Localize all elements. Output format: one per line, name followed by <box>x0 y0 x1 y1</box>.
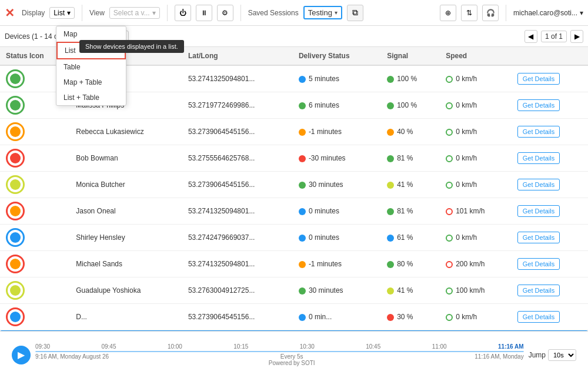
signal-text: 41 % <box>397 286 413 295</box>
tooltip-box: Show devices displayed in a list. <box>79 40 184 53</box>
divider-2 <box>167 5 168 21</box>
get-details-button[interactable]: Get Details <box>517 99 560 111</box>
get-details-button[interactable]: Get Details <box>517 179 560 190</box>
status-icon-inner <box>10 126 21 137</box>
delivery-dot <box>299 155 306 162</box>
cell-delivery-status: 5 minutes <box>293 65 381 92</box>
jump-label: Jump <box>529 351 546 359</box>
speed-dot <box>446 287 453 295</box>
col-speed: Speed <box>440 47 512 65</box>
cell-get-details: Get Details <box>512 172 588 198</box>
view-label: View <box>89 9 105 17</box>
delivery-dot <box>299 208 306 215</box>
display-label: Display <box>22 9 45 17</box>
timeline-track[interactable] <box>35 351 524 352</box>
cell-name: Monica Butcher <box>70 172 182 198</box>
get-details-button[interactable]: Get Details <box>517 285 560 296</box>
speed-text: 0 km/h <box>456 154 477 162</box>
signal-dot <box>387 261 394 268</box>
prev-page-button[interactable]: ◀ <box>524 30 537 43</box>
speed-text: 101 km/h <box>456 207 485 215</box>
jump-select[interactable]: 10s30s1m5m <box>548 349 576 361</box>
get-details-button[interactable]: Get Details <box>517 73 560 85</box>
get-details-button[interactable]: Get Details <box>517 126 560 138</box>
cell-speed: 0 km/h <box>440 145 512 172</box>
signal-dot <box>387 182 394 189</box>
timeline-start-time: 9:16 AM, Monday August 26 <box>35 353 109 366</box>
speed-dot <box>446 235 453 242</box>
cell-status-icon <box>0 119 70 145</box>
view-select[interactable]: Select a v... ▾ <box>109 7 160 19</box>
delivery-dot <box>299 102 306 109</box>
col-actions <box>512 47 588 65</box>
status-icon-outer <box>6 255 25 273</box>
cell-status-icon <box>0 304 70 330</box>
speed-text: 0 km/h <box>456 75 477 83</box>
timeline-bar: ▶ 09:30 09:45 10:00 10:15 10:30 10:45 11… <box>0 331 588 378</box>
cell-get-details: Get Details <box>512 145 588 172</box>
dropdown-item-table[interactable]: Table <box>56 59 126 75</box>
cell-speed: 100 km/h <box>440 277 512 304</box>
delivery-text: 30 minutes <box>309 180 343 189</box>
cell-get-details: Get Details <box>512 304 588 330</box>
speed-dot <box>446 129 453 136</box>
timeline-end-time: 11:16 AM, Monday <box>475 353 523 366</box>
cell-get-details: Get Details <box>512 251 588 277</box>
speed-dot <box>446 155 453 162</box>
play-button[interactable]: ▶ <box>12 346 31 364</box>
speed-dot <box>446 314 453 321</box>
session-copy-button[interactable]: ⧉ <box>347 5 363 21</box>
headphone-button[interactable]: 🎧 <box>482 5 499 21</box>
filter-button[interactable]: ⇅ <box>461 5 477 21</box>
table-row: Bob Bowman53.2755564625768...-30 minutes… <box>0 145 588 172</box>
session-select-box[interactable]: Testing ▾ <box>303 6 342 19</box>
status-icon-inner <box>10 73 21 84</box>
table-row: Shirley Hensley53.2742479669037...0 minu… <box>0 225 588 251</box>
user-menu[interactable]: michael.caro@soti... ▾ <box>513 9 583 17</box>
dropdown-item-list-table[interactable]: List + Table <box>56 90 126 105</box>
delivery-text: 30 minutes <box>309 286 343 295</box>
delivery-dot <box>299 235 306 242</box>
cell-delivery-status: 0 min... <box>293 304 381 330</box>
divider-1 <box>82 5 82 21</box>
status-icon-inner <box>10 285 21 296</box>
power-button[interactable]: ⏻ <box>175 5 191 21</box>
status-icon-outer <box>6 69 25 88</box>
get-details-button[interactable]: Get Details <box>517 311 560 323</box>
location-button[interactable]: ⊕ <box>440 5 456 21</box>
get-details-button[interactable]: Get Details <box>517 232 560 243</box>
status-icon-outer <box>6 149 25 168</box>
speed-text: 0 km/h <box>456 101 477 109</box>
signal-dot <box>387 208 394 215</box>
time-label-1045: 10:45 <box>366 343 380 350</box>
delivery-text: -30 minutes <box>309 154 346 162</box>
delivery-dot <box>299 261 306 268</box>
settings-button[interactable]: ⚙ <box>217 5 233 21</box>
get-details-button[interactable]: Get Details <box>517 258 560 270</box>
next-page-button[interactable]: ▶ <box>570 30 583 43</box>
cell-lat-long: 53.2741325094801... <box>182 198 293 225</box>
cell-speed: 0 km/h <box>440 304 512 330</box>
delivery-text: -1 minutes <box>309 128 342 136</box>
pause-button[interactable]: ⏸ <box>196 5 212 21</box>
cell-name: D... <box>70 304 182 330</box>
status-icon-inner <box>10 312 21 322</box>
speed-text: 100 km/h <box>456 286 485 295</box>
speed-dot <box>446 208 453 215</box>
signal-dot <box>387 155 394 162</box>
timeline-thumb[interactable] <box>422 351 430 352</box>
status-icon-outer <box>6 202 25 220</box>
user-chevron-icon: ▾ <box>580 9 583 17</box>
display-select[interactable]: List ▾ <box>49 7 75 19</box>
cell-speed: 0 km/h <box>440 225 512 251</box>
saved-sessions-label: Saved Sessions <box>248 9 299 17</box>
dropdown-item-map-table[interactable]: Map + Table <box>56 75 126 90</box>
get-details-button[interactable]: Get Details <box>517 152 560 164</box>
signal-dot <box>387 76 394 83</box>
get-details-button[interactable]: Get Details <box>517 205 560 217</box>
cell-get-details: Get Details <box>512 119 588 145</box>
cell-speed: 0 km/h <box>440 172 512 198</box>
cell-signal: 30 % <box>381 304 440 330</box>
timeline-progress <box>36 351 426 352</box>
time-label-0945: 09:45 <box>101 343 116 350</box>
